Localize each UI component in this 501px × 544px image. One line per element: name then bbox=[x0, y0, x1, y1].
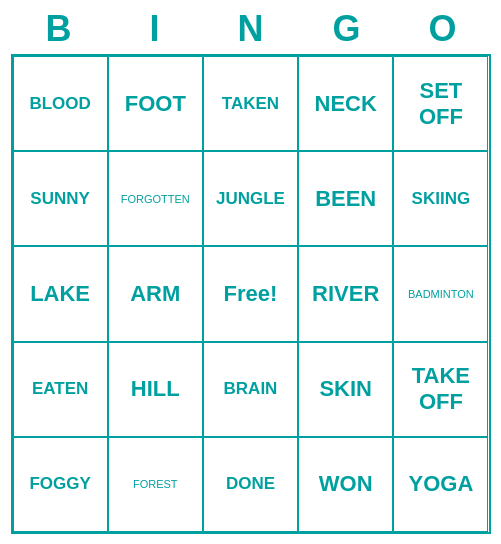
bingo-cell-r0-c4: SET OFF bbox=[393, 56, 488, 151]
bingo-cell-r1-c3: BEEN bbox=[298, 151, 393, 246]
bingo-cell-r1-c4: SKIING bbox=[393, 151, 488, 246]
bingo-cell-r2-c3: RIVER bbox=[298, 246, 393, 341]
bingo-cell-r1-c1: FORGOTTEN bbox=[108, 151, 203, 246]
bingo-cell-r1-c0: SUNNY bbox=[13, 151, 108, 246]
bingo-letter-g: G bbox=[303, 8, 391, 50]
bingo-cell-r2-c1: ARM bbox=[108, 246, 203, 341]
bingo-cell-r0-c0: BLOOD bbox=[13, 56, 108, 151]
bingo-cell-r0-c3: NECK bbox=[298, 56, 393, 151]
bingo-cell-r1-c2: JUNGLE bbox=[203, 151, 298, 246]
bingo-cell-r2-c0: LAKE bbox=[13, 246, 108, 341]
bingo-grid: BLOODFOOTTAKENNECKSET OFFSUNNYFORGOTTENJ… bbox=[11, 54, 491, 534]
bingo-cell-r4-c2: DONE bbox=[203, 437, 298, 532]
bingo-letter-i: I bbox=[111, 8, 199, 50]
bingo-cell-r4-c4: YOGA bbox=[393, 437, 488, 532]
bingo-cell-r3-c0: EATEN bbox=[13, 342, 108, 437]
bingo-cell-r4-c1: FOREST bbox=[108, 437, 203, 532]
bingo-letter-n: N bbox=[207, 8, 295, 50]
bingo-header: BINGO bbox=[11, 0, 491, 54]
bingo-cell-r3-c1: HILL bbox=[108, 342, 203, 437]
bingo-cell-r0-c2: TAKEN bbox=[203, 56, 298, 151]
bingo-cell-r3-c3: SKIN bbox=[298, 342, 393, 437]
bingo-cell-r3-c2: BRAIN bbox=[203, 342, 298, 437]
bingo-letter-o: O bbox=[399, 8, 487, 50]
bingo-cell-r4-c3: WON bbox=[298, 437, 393, 532]
bingo-cell-r0-c1: FOOT bbox=[108, 56, 203, 151]
bingo-cell-r2-c4: BADMINTON bbox=[393, 246, 488, 341]
bingo-cell-r4-c0: FOGGY bbox=[13, 437, 108, 532]
bingo-letter-b: B bbox=[15, 8, 103, 50]
bingo-cell-r3-c4: TAKE OFF bbox=[393, 342, 488, 437]
bingo-cell-r2-c2: Free! bbox=[203, 246, 298, 341]
